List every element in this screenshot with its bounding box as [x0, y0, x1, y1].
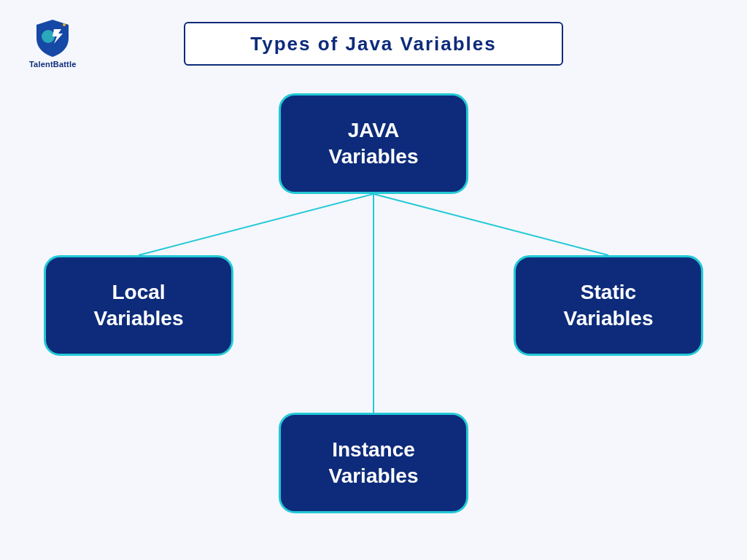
svg-line-3 — [374, 194, 608, 255]
node-left-line1: Local — [112, 281, 165, 303]
node-root-label: JAVA Variables — [329, 117, 419, 171]
node-left-line2: Variables — [94, 307, 184, 330]
node-right-label: Static Variables — [564, 279, 654, 332]
node-instance-variables: Instance Variables — [279, 413, 468, 513]
node-bottom-line1: Instance — [332, 438, 415, 461]
node-right-line1: Static — [581, 281, 636, 303]
node-root-line1: JAVA — [348, 119, 400, 141]
page-title-box: Types of Java Variables — [184, 22, 563, 66]
page-title: Types of Java Variables — [250, 33, 496, 55]
node-root: JAVA Variables — [279, 93, 468, 194]
node-static-variables: Static Variables — [514, 255, 703, 356]
node-left-label: Local Variables — [94, 279, 184, 332]
svg-line-2 — [139, 194, 374, 255]
svg-point-1 — [63, 23, 66, 26]
node-bottom-label: Instance Variables — [329, 437, 419, 490]
node-right-line2: Variables — [564, 307, 654, 330]
logo: TalentBattle — [29, 18, 77, 69]
node-root-line2: Variables — [329, 145, 419, 168]
node-bottom-line2: Variables — [329, 464, 419, 487]
logo-shield-icon — [32, 18, 73, 58]
logo-text: TalentBattle — [29, 60, 77, 69]
node-local-variables: Local Variables — [44, 255, 233, 356]
